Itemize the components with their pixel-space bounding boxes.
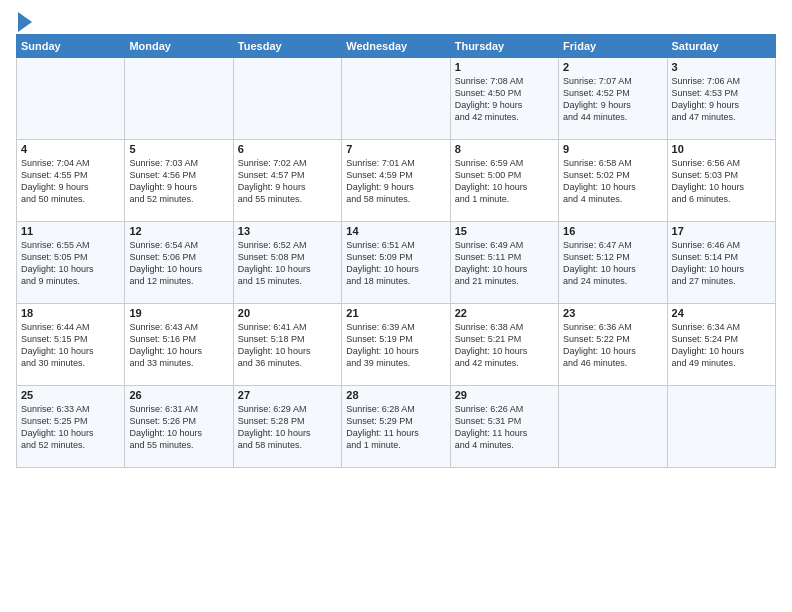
calendar-cell: 7Sunrise: 7:01 AM Sunset: 4:59 PM Daylig… (342, 140, 450, 222)
calendar-cell: 27Sunrise: 6:29 AM Sunset: 5:28 PM Dayli… (233, 386, 341, 468)
day-info: Sunrise: 6:49 AM Sunset: 5:11 PM Dayligh… (455, 239, 554, 288)
day-number: 7 (346, 143, 445, 155)
day-info: Sunrise: 7:04 AM Sunset: 4:55 PM Dayligh… (21, 157, 120, 206)
day-info: Sunrise: 7:02 AM Sunset: 4:57 PM Dayligh… (238, 157, 337, 206)
calendar-cell: 16Sunrise: 6:47 AM Sunset: 5:12 PM Dayli… (559, 222, 667, 304)
day-info: Sunrise: 7:03 AM Sunset: 4:56 PM Dayligh… (129, 157, 228, 206)
calendar-cell (233, 58, 341, 140)
calendar-cell: 1Sunrise: 7:08 AM Sunset: 4:50 PM Daylig… (450, 58, 558, 140)
calendar-cell: 21Sunrise: 6:39 AM Sunset: 5:19 PM Dayli… (342, 304, 450, 386)
calendar-header-thursday: Thursday (450, 35, 558, 58)
calendar-cell: 29Sunrise: 6:26 AM Sunset: 5:31 PM Dayli… (450, 386, 558, 468)
day-info: Sunrise: 6:47 AM Sunset: 5:12 PM Dayligh… (563, 239, 662, 288)
day-info: Sunrise: 7:01 AM Sunset: 4:59 PM Dayligh… (346, 157, 445, 206)
calendar-cell: 12Sunrise: 6:54 AM Sunset: 5:06 PM Dayli… (125, 222, 233, 304)
calendar-cell (667, 386, 775, 468)
calendar-header-saturday: Saturday (667, 35, 775, 58)
day-number: 17 (672, 225, 771, 237)
calendar-cell (17, 58, 125, 140)
calendar-cell: 15Sunrise: 6:49 AM Sunset: 5:11 PM Dayli… (450, 222, 558, 304)
day-number: 1 (455, 61, 554, 73)
day-number: 13 (238, 225, 337, 237)
logo-arrow-icon (18, 12, 32, 32)
day-info: Sunrise: 6:38 AM Sunset: 5:21 PM Dayligh… (455, 321, 554, 370)
day-number: 23 (563, 307, 662, 319)
calendar-week-row: 18Sunrise: 6:44 AM Sunset: 5:15 PM Dayli… (17, 304, 776, 386)
day-info: Sunrise: 6:28 AM Sunset: 5:29 PM Dayligh… (346, 403, 445, 452)
day-number: 27 (238, 389, 337, 401)
day-number: 20 (238, 307, 337, 319)
calendar-cell: 8Sunrise: 6:59 AM Sunset: 5:00 PM Daylig… (450, 140, 558, 222)
calendar-header-sunday: Sunday (17, 35, 125, 58)
day-info: Sunrise: 6:56 AM Sunset: 5:03 PM Dayligh… (672, 157, 771, 206)
calendar-table: SundayMondayTuesdayWednesdayThursdayFrid… (16, 34, 776, 468)
day-info: Sunrise: 6:52 AM Sunset: 5:08 PM Dayligh… (238, 239, 337, 288)
calendar-body: 1Sunrise: 7:08 AM Sunset: 4:50 PM Daylig… (17, 58, 776, 468)
day-info: Sunrise: 6:59 AM Sunset: 5:00 PM Dayligh… (455, 157, 554, 206)
header (16, 10, 776, 30)
calendar-cell: 20Sunrise: 6:41 AM Sunset: 5:18 PM Dayli… (233, 304, 341, 386)
day-number: 26 (129, 389, 228, 401)
day-number: 18 (21, 307, 120, 319)
calendar-week-row: 4Sunrise: 7:04 AM Sunset: 4:55 PM Daylig… (17, 140, 776, 222)
day-info: Sunrise: 6:55 AM Sunset: 5:05 PM Dayligh… (21, 239, 120, 288)
calendar-cell: 25Sunrise: 6:33 AM Sunset: 5:25 PM Dayli… (17, 386, 125, 468)
calendar-header-tuesday: Tuesday (233, 35, 341, 58)
day-info: Sunrise: 6:44 AM Sunset: 5:15 PM Dayligh… (21, 321, 120, 370)
calendar-cell: 28Sunrise: 6:28 AM Sunset: 5:29 PM Dayli… (342, 386, 450, 468)
calendar-cell: 18Sunrise: 6:44 AM Sunset: 5:15 PM Dayli… (17, 304, 125, 386)
calendar-week-row: 1Sunrise: 7:08 AM Sunset: 4:50 PM Daylig… (17, 58, 776, 140)
day-number: 8 (455, 143, 554, 155)
day-number: 5 (129, 143, 228, 155)
calendar-cell (125, 58, 233, 140)
calendar-cell: 22Sunrise: 6:38 AM Sunset: 5:21 PM Dayli… (450, 304, 558, 386)
logo (16, 14, 32, 30)
day-number: 2 (563, 61, 662, 73)
calendar-cell: 24Sunrise: 6:34 AM Sunset: 5:24 PM Dayli… (667, 304, 775, 386)
calendar-cell: 6Sunrise: 7:02 AM Sunset: 4:57 PM Daylig… (233, 140, 341, 222)
day-number: 14 (346, 225, 445, 237)
calendar-cell: 5Sunrise: 7:03 AM Sunset: 4:56 PM Daylig… (125, 140, 233, 222)
day-number: 29 (455, 389, 554, 401)
day-number: 4 (21, 143, 120, 155)
day-info: Sunrise: 6:36 AM Sunset: 5:22 PM Dayligh… (563, 321, 662, 370)
day-info: Sunrise: 6:43 AM Sunset: 5:16 PM Dayligh… (129, 321, 228, 370)
day-info: Sunrise: 7:07 AM Sunset: 4:52 PM Dayligh… (563, 75, 662, 124)
calendar-header-friday: Friday (559, 35, 667, 58)
calendar-cell: 13Sunrise: 6:52 AM Sunset: 5:08 PM Dayli… (233, 222, 341, 304)
day-info: Sunrise: 6:41 AM Sunset: 5:18 PM Dayligh… (238, 321, 337, 370)
day-info: Sunrise: 7:06 AM Sunset: 4:53 PM Dayligh… (672, 75, 771, 124)
page-container: SundayMondayTuesdayWednesdayThursdayFrid… (0, 0, 792, 476)
calendar-cell: 17Sunrise: 6:46 AM Sunset: 5:14 PM Dayli… (667, 222, 775, 304)
day-number: 22 (455, 307, 554, 319)
calendar-cell: 19Sunrise: 6:43 AM Sunset: 5:16 PM Dayli… (125, 304, 233, 386)
day-number: 28 (346, 389, 445, 401)
calendar-cell: 2Sunrise: 7:07 AM Sunset: 4:52 PM Daylig… (559, 58, 667, 140)
day-number: 25 (21, 389, 120, 401)
day-info: Sunrise: 6:54 AM Sunset: 5:06 PM Dayligh… (129, 239, 228, 288)
calendar-week-row: 25Sunrise: 6:33 AM Sunset: 5:25 PM Dayli… (17, 386, 776, 468)
calendar-cell: 9Sunrise: 6:58 AM Sunset: 5:02 PM Daylig… (559, 140, 667, 222)
day-number: 11 (21, 225, 120, 237)
day-info: Sunrise: 6:29 AM Sunset: 5:28 PM Dayligh… (238, 403, 337, 452)
day-number: 9 (563, 143, 662, 155)
calendar-cell: 23Sunrise: 6:36 AM Sunset: 5:22 PM Dayli… (559, 304, 667, 386)
day-number: 19 (129, 307, 228, 319)
day-info: Sunrise: 6:26 AM Sunset: 5:31 PM Dayligh… (455, 403, 554, 452)
day-number: 16 (563, 225, 662, 237)
day-info: Sunrise: 6:34 AM Sunset: 5:24 PM Dayligh… (672, 321, 771, 370)
day-info: Sunrise: 6:31 AM Sunset: 5:26 PM Dayligh… (129, 403, 228, 452)
calendar-cell: 14Sunrise: 6:51 AM Sunset: 5:09 PM Dayli… (342, 222, 450, 304)
calendar-cell (342, 58, 450, 140)
day-info: Sunrise: 6:58 AM Sunset: 5:02 PM Dayligh… (563, 157, 662, 206)
day-info: Sunrise: 6:33 AM Sunset: 5:25 PM Dayligh… (21, 403, 120, 452)
day-number: 21 (346, 307, 445, 319)
calendar-header-row: SundayMondayTuesdayWednesdayThursdayFrid… (17, 35, 776, 58)
calendar-cell: 10Sunrise: 6:56 AM Sunset: 5:03 PM Dayli… (667, 140, 775, 222)
day-number: 10 (672, 143, 771, 155)
calendar-cell (559, 386, 667, 468)
day-info: Sunrise: 6:51 AM Sunset: 5:09 PM Dayligh… (346, 239, 445, 288)
calendar-cell: 3Sunrise: 7:06 AM Sunset: 4:53 PM Daylig… (667, 58, 775, 140)
calendar-cell: 4Sunrise: 7:04 AM Sunset: 4:55 PM Daylig… (17, 140, 125, 222)
calendar-header-monday: Monday (125, 35, 233, 58)
